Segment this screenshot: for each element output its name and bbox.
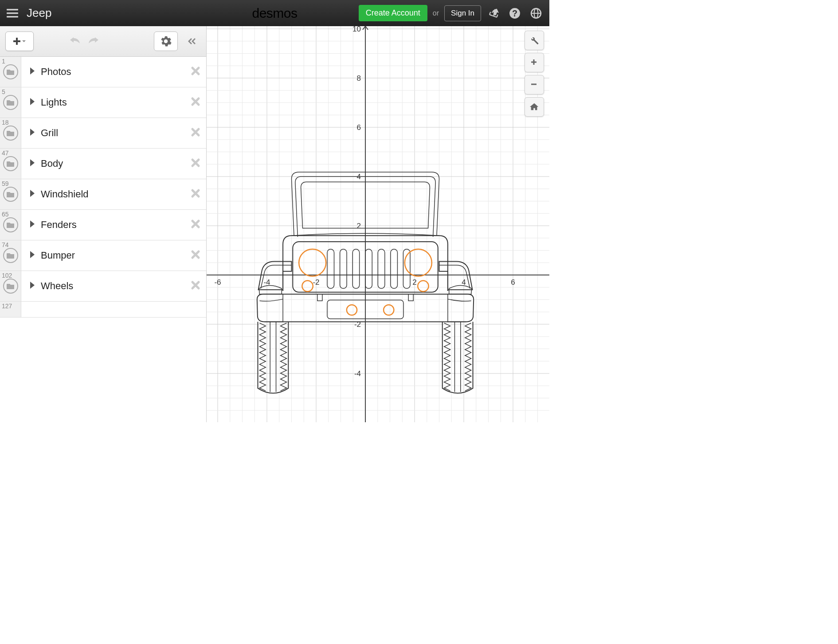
folder-row[interactable]: 1 Photos <box>0 57 206 87</box>
svg-rect-105 <box>365 249 372 289</box>
row-number: 18 <box>2 119 9 126</box>
svg-text:-4: -4 <box>354 369 361 378</box>
language-icon[interactable] <box>527 4 545 22</box>
row-content: Bumper <box>21 250 206 261</box>
svg-text:?: ? <box>512 8 517 18</box>
folder-row[interactable]: 102 Wheels <box>0 271 206 302</box>
redo-icon[interactable] <box>87 35 99 47</box>
row-number: 74 <box>2 241 9 248</box>
close-icon[interactable] <box>190 157 201 170</box>
graph-canvas[interactable]: -6-4-2246-4-2246810 <box>207 26 549 422</box>
folder-icon[interactable] <box>3 279 18 294</box>
chevron-right-icon[interactable] <box>29 190 35 199</box>
svg-rect-104 <box>352 249 360 289</box>
svg-point-113 <box>347 305 357 315</box>
folder-name[interactable]: Lights <box>41 97 67 108</box>
svg-rect-0 <box>7 9 18 11</box>
close-icon[interactable] <box>190 127 201 139</box>
folder-row[interactable]: 74 Bumper <box>0 240 206 271</box>
menu-icon[interactable] <box>0 0 24 26</box>
home-icon[interactable] <box>525 97 544 117</box>
folder-icon[interactable] <box>3 95 18 110</box>
wrench-icon[interactable] <box>525 31 544 50</box>
app-header: Jeep desmos Create Account or Sign In ? <box>0 0 549 26</box>
folder-name[interactable]: Body <box>41 158 63 169</box>
folder-icon[interactable] <box>3 156 18 171</box>
add-expression-button[interactable] <box>5 31 34 51</box>
svg-text:6: 6 <box>511 278 515 287</box>
collapse-sidebar-icon[interactable] <box>181 31 201 51</box>
folder-name[interactable]: Wheels <box>41 280 73 292</box>
row-number: 127 <box>2 302 12 310</box>
close-icon[interactable] <box>190 66 201 78</box>
empty-row[interactable]: 127 <box>0 302 206 318</box>
row-number: 47 <box>2 149 9 157</box>
header-actions: Create Account or Sign In ? <box>359 4 545 22</box>
folder-name[interactable]: Windshield <box>41 188 89 200</box>
svg-text:10: 10 <box>352 26 361 33</box>
row-number: 1 <box>2 58 5 65</box>
svg-text:8: 8 <box>357 74 361 82</box>
help-icon[interactable]: ? <box>506 4 524 22</box>
svg-text:-2: -2 <box>313 278 319 287</box>
chevron-right-icon[interactable] <box>29 220 35 229</box>
create-account-button[interactable]: Create Account <box>359 5 427 21</box>
zoom-out-icon[interactable] <box>525 75 544 94</box>
svg-text:6: 6 <box>357 123 361 132</box>
undo-icon[interactable] <box>69 35 82 47</box>
svg-text:2: 2 <box>412 278 416 287</box>
folder-row[interactable]: 47 Body <box>0 149 206 179</box>
undo-redo-group <box>69 35 99 47</box>
folder-name[interactable]: Bumper <box>41 250 75 261</box>
folder-row[interactable]: 5 Lights <box>0 87 206 118</box>
main-content: 1 Photos 5 Lights 18 <box>0 26 549 422</box>
or-text: or <box>433 9 439 17</box>
row-content: Body <box>21 158 206 169</box>
chevron-right-icon[interactable] <box>29 67 35 76</box>
chevron-right-icon[interactable] <box>29 129 35 137</box>
folder-name[interactable]: Grill <box>41 127 58 139</box>
folder-icon[interactable] <box>3 217 18 232</box>
chevron-right-icon[interactable] <box>29 98 35 107</box>
folder-icon[interactable] <box>3 126 18 141</box>
close-icon[interactable] <box>190 280 201 292</box>
close-icon[interactable] <box>190 188 201 200</box>
folder-icon[interactable] <box>3 64 18 79</box>
folder-row[interactable]: 18 Grill <box>0 118 206 149</box>
graph-settings-button[interactable] <box>154 31 178 51</box>
folder-icon[interactable] <box>3 248 18 263</box>
folder-row[interactable]: 65 Fenders <box>0 210 206 240</box>
folder-row[interactable]: 59 Windshield <box>0 179 206 210</box>
row-number: 102 <box>2 272 12 279</box>
row-number: 65 <box>2 211 9 218</box>
row-number: 5 <box>2 88 5 95</box>
row-number: 59 <box>2 180 9 187</box>
row-content: Wheels <box>21 280 206 292</box>
share-icon[interactable] <box>485 4 502 22</box>
graph-controls <box>525 31 544 117</box>
svg-text:2: 2 <box>357 222 361 230</box>
chevron-right-icon[interactable] <box>29 159 35 168</box>
graph-title[interactable]: Jeep <box>27 6 51 20</box>
svg-rect-106 <box>378 249 385 289</box>
chevron-right-icon[interactable] <box>29 282 35 291</box>
row-content: Photos <box>21 66 206 78</box>
chevron-right-icon[interactable] <box>29 251 35 260</box>
close-icon[interactable] <box>190 96 201 109</box>
folder-icon[interactable] <box>3 187 18 202</box>
graph-area[interactable]: -6-4-2246-4-2246810 <box>207 26 549 422</box>
zoom-in-icon[interactable] <box>525 53 544 72</box>
folder-name[interactable]: Fenders <box>41 219 77 231</box>
row-content: Fenders <box>21 219 206 231</box>
row-content: Grill <box>21 127 206 139</box>
folder-name[interactable]: Photos <box>41 66 71 78</box>
close-icon[interactable] <box>190 249 201 262</box>
expression-list: 1 Photos 5 Lights 18 <box>0 57 206 422</box>
svg-rect-1 <box>7 12 18 14</box>
close-icon[interactable] <box>190 219 201 231</box>
sign-in-button[interactable]: Sign In <box>444 5 481 21</box>
desmos-logo: desmos <box>252 6 297 21</box>
row-content: Windshield <box>21 188 206 200</box>
svg-rect-107 <box>391 249 398 289</box>
expression-sidebar: 1 Photos 5 Lights 18 <box>0 26 207 422</box>
